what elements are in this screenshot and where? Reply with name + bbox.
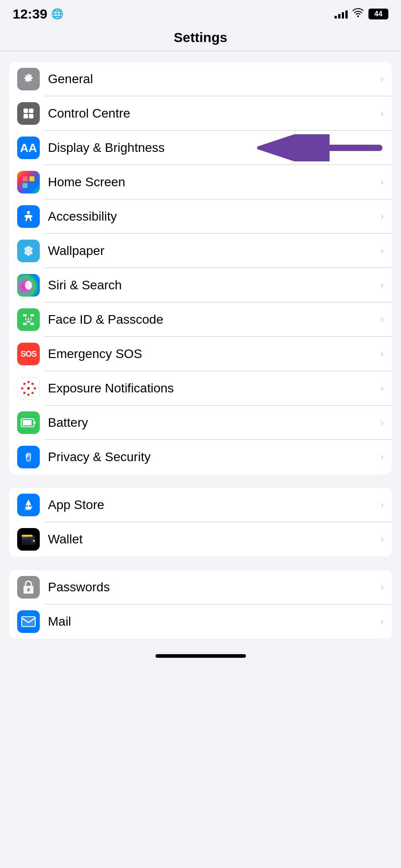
svg-rect-45 (23, 536, 24, 538)
row-passwords[interactable]: Passwords › (9, 570, 392, 604)
wifi-icon (352, 8, 364, 20)
battery-status: 44 (368, 9, 388, 19)
svg-point-33 (21, 387, 24, 390)
svg-rect-47 (22, 538, 35, 539)
home-indicator (0, 650, 401, 667)
control-centre-label: Control Centre (48, 106, 376, 121)
svg-rect-23 (30, 323, 34, 325)
general-icon (17, 68, 40, 90)
row-privacy[interactable]: Privacy & Security › (9, 440, 392, 474)
siri-search-label: Siri & Search (48, 278, 376, 292)
svg-point-28 (32, 383, 34, 385)
exposure-label: Exposure Notifications (48, 381, 376, 396)
passwords-icon (17, 576, 40, 599)
svg-point-44 (33, 540, 35, 542)
mail-chevron: › (381, 616, 384, 627)
svg-point-32 (24, 392, 26, 394)
siri-icon (17, 274, 40, 297)
globe-icon: 🌐 (51, 8, 63, 20)
privacy-chevron: › (381, 451, 384, 463)
row-wallpaper[interactable]: Wallpaper › (9, 234, 392, 268)
page-title: Settings (0, 30, 401, 45)
status-bar: 12:39 🌐 44 (0, 0, 401, 26)
wallpaper-chevron: › (381, 245, 384, 257)
svg-point-27 (28, 381, 30, 383)
accessibility-icon (17, 205, 40, 228)
privacy-label: Privacy & Security (48, 450, 376, 464)
settings-group-accounts: Passwords › Mail › (9, 570, 392, 639)
page-title-bar: Settings (0, 26, 401, 51)
svg-point-30 (32, 392, 34, 394)
accessibility-label: Accessibility (48, 209, 376, 224)
svg-point-31 (28, 394, 30, 396)
exposure-chevron: › (381, 382, 384, 394)
svg-point-11 (27, 211, 30, 214)
settings-group-main: General › Control Centre › AA Display & … (9, 62, 392, 474)
battery-icon (17, 411, 40, 434)
privacy-icon (17, 446, 40, 468)
battery-label: Battery (48, 415, 376, 430)
passwords-chevron: › (381, 581, 384, 593)
mail-label: Mail (48, 614, 376, 629)
row-control-centre[interactable]: Control Centre › (9, 96, 392, 131)
control-centre-chevron: › (381, 108, 384, 119)
svg-rect-49 (28, 590, 29, 592)
svg-rect-50 (22, 617, 35, 627)
row-face-id[interactable]: Face ID & Passcode › (9, 302, 392, 337)
battery-chevron: › (381, 417, 384, 429)
settings-group-store: App Store › Wallet › (9, 488, 392, 557)
signal-icon (335, 9, 348, 19)
svg-rect-7 (23, 176, 28, 181)
svg-rect-4 (29, 114, 33, 118)
app-store-chevron: › (381, 499, 384, 511)
svg-point-35 (27, 387, 30, 390)
wallet-chevron: › (381, 533, 384, 545)
home-bar (156, 654, 246, 658)
status-time: 12:39 (13, 6, 47, 22)
svg-rect-20 (23, 314, 27, 316)
general-label: General (48, 72, 376, 86)
mail-icon (17, 610, 40, 633)
home-screen-icon (17, 171, 40, 193)
siri-search-chevron: › (381, 279, 384, 291)
home-screen-chevron: › (381, 176, 384, 188)
wallpaper-icon (17, 240, 40, 262)
svg-rect-3 (24, 114, 28, 118)
row-siri-search[interactable]: Siri & Search › (9, 268, 392, 302)
status-icons: 44 (335, 8, 388, 20)
svg-rect-46 (25, 536, 27, 538)
exposure-icon (17, 377, 40, 400)
home-screen-label: Home Screen (48, 175, 376, 189)
wallet-label: Wallet (48, 532, 376, 547)
svg-rect-8 (29, 176, 34, 181)
row-home-screen[interactable]: Home Screen › (9, 165, 392, 199)
display-brightness-label: Display & Brightness (48, 141, 384, 155)
svg-rect-2 (29, 108, 33, 113)
svg-rect-9 (23, 183, 28, 188)
face-id-icon (17, 308, 40, 331)
control-centre-icon (17, 102, 40, 125)
row-battery[interactable]: Battery › (9, 406, 392, 440)
row-emergency-sos[interactable]: SOS Emergency SOS › (9, 337, 392, 371)
row-app-store[interactable]: App Store › (9, 488, 392, 522)
svg-point-34 (24, 383, 26, 385)
svg-rect-1 (24, 108, 28, 113)
row-wallet[interactable]: Wallet › (9, 522, 392, 557)
svg-rect-22 (23, 323, 27, 325)
row-accessibility[interactable]: Accessibility › (9, 199, 392, 234)
settings-content: General › Control Centre › AA Display & … (0, 51, 401, 650)
passwords-label: Passwords (48, 580, 376, 594)
wallet-icon (17, 528, 40, 551)
app-store-label: App Store (48, 498, 376, 512)
emergency-sos-label: Emergency SOS (48, 347, 376, 361)
accessibility-chevron: › (381, 211, 384, 222)
emergency-sos-chevron: › (381, 348, 384, 360)
row-general[interactable]: General › (9, 62, 392, 96)
svg-rect-37 (23, 420, 32, 425)
face-id-label: Face ID & Passcode (48, 312, 376, 327)
face-id-chevron: › (381, 314, 384, 326)
row-mail[interactable]: Mail › (9, 604, 392, 639)
row-display-brightness[interactable]: AA Display & Brightness (9, 131, 392, 165)
row-exposure[interactable]: Exposure Notifications › (9, 371, 392, 406)
app-store-icon (17, 494, 40, 516)
